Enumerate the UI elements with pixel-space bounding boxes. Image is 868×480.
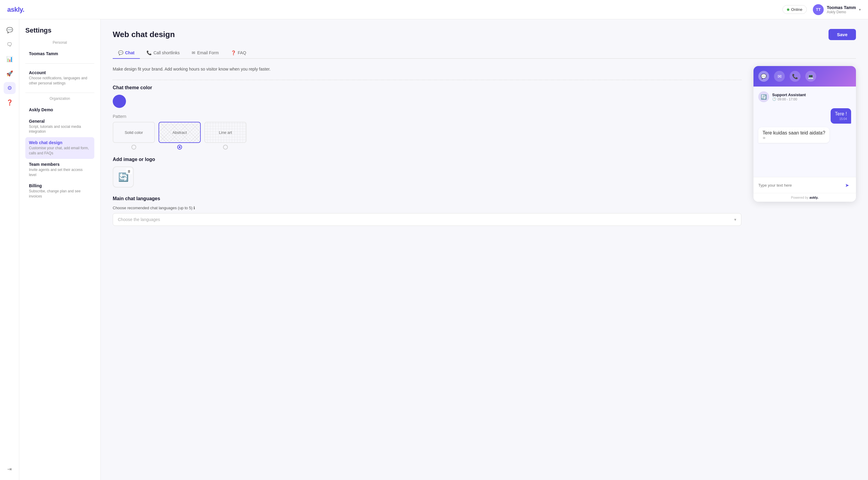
chat-header-call-icon[interactable]: 📞	[789, 71, 801, 82]
menu-item-billing-title: Billing	[29, 183, 91, 188]
chat-header: 💬 ✉ 📞 💻	[753, 66, 856, 87]
languages-desc: Choose recomended chat languages (up to …	[113, 206, 741, 210]
pattern-lineart-box[interactable]: Line art	[204, 122, 247, 143]
online-status[interactable]: Online	[782, 5, 807, 14]
email-tab-label: Email Form	[197, 50, 219, 55]
menu-item-billing[interactable]: Billing Subscribe, change plan and see i…	[25, 180, 94, 202]
chat-send-button[interactable]: ➤	[843, 181, 851, 189]
page-header: Web chat design Save	[113, 29, 856, 40]
menu-item-account-title: Account	[29, 70, 91, 75]
color-picker[interactable]	[113, 95, 126, 108]
user-org: Askly Demo	[827, 10, 856, 14]
agent-details: Support Assistant 🕐 09:00 - 17:00	[772, 93, 806, 101]
chat-input[interactable]	[758, 183, 840, 187]
sidebar-icon-help[interactable]: ❓	[4, 96, 16, 109]
main-content: Web chat design Save 💬 Chat 📞 Call short…	[101, 19, 868, 480]
logo: askly.	[7, 6, 24, 13]
sidebar-icon-settings[interactable]: ⚙	[4, 82, 16, 94]
icon-sidebar-bottom: ⇥	[4, 463, 16, 475]
pattern-grid: Solid color Abstract	[113, 122, 741, 150]
topbar: askly. Online TT Toomas Tamm Askly Demo …	[0, 0, 868, 19]
section-divider-1	[113, 80, 741, 80]
content-with-preview: Make design fit your brand. Add working …	[113, 66, 856, 226]
footer-brand: askly.	[809, 196, 818, 199]
tab-email-form[interactable]: ✉ Email Form	[186, 47, 224, 59]
clock-icon: 🕐	[772, 97, 776, 101]
settings-title: Settings	[25, 27, 94, 34]
sidebar-icon-chat[interactable]: 💬	[4, 24, 16, 36]
org-label: Organization	[25, 96, 94, 101]
menu-item-general-title: General	[29, 119, 91, 124]
chat-footer: Powered by askly.	[753, 193, 856, 202]
tab-chat[interactable]: 💬 Chat	[113, 47, 140, 59]
logo-text: askly.	[7, 6, 24, 13]
menu-item-account[interactable]: Account Choose notifications, languages …	[25, 67, 94, 89]
user-name-block: Toomas Tamm Askly Demo	[827, 5, 856, 14]
footer-text: Powered by	[791, 196, 809, 199]
logo-delete-button[interactable]: 🗑	[126, 168, 132, 174]
tab-faq[interactable]: ❓ FAQ	[225, 47, 252, 59]
personal-name: Toomas Tamm	[29, 51, 91, 56]
pattern-abstract-radio[interactable]	[177, 145, 182, 150]
menu-item-org: Askly Demo	[25, 104, 94, 116]
online-dot	[787, 8, 789, 11]
message-seen-icon: 👁	[763, 136, 825, 140]
personal-label: Personal	[25, 40, 94, 44]
chevron-down-icon: ▾	[859, 7, 861, 12]
pattern-solid-box[interactable]: Solid color	[113, 122, 155, 143]
color-section-title: Chat theme color	[113, 85, 741, 90]
message-incoming: Tere kuidas saan teid aidata? 👁	[758, 127, 830, 143]
agent-hours: 🕐 09:00 - 17:00	[772, 97, 806, 101]
message-out-time: 15:04	[835, 117, 847, 121]
menu-item-account-desc: Choose notifications, languages and othe…	[29, 76, 91, 86]
sidebar-icon-chart[interactable]: 📊	[4, 53, 16, 65]
languages-dropdown[interactable]: Choose the languages ▾	[113, 213, 741, 226]
logo-section: Add image or logo 🔄 🗑	[113, 157, 741, 187]
chat-header-screen-icon[interactable]: 💻	[805, 71, 816, 82]
avatar-initials: TT	[816, 7, 821, 12]
pattern-abstract[interactable]: Abstract	[158, 122, 201, 150]
layout: 💬 🗨 📊 🚀 ⚙ ❓ ⇥ Settings Personal Toomas T…	[0, 0, 868, 480]
tab-call-shortlinks[interactable]: 📞 Call shortlinks	[141, 47, 185, 59]
icon-sidebar: 💬 🗨 📊 🚀 ⚙ ❓ ⇥	[0, 19, 19, 480]
faq-tab-label: FAQ	[238, 50, 246, 55]
settings-sidebar: Settings Personal Toomas Tamm Account Ch…	[19, 19, 101, 480]
menu-item-personal-name: Toomas Tamm	[25, 48, 94, 60]
menu-item-general[interactable]: General Script, tutorials and social med…	[25, 116, 94, 138]
pattern-abstract-label: Abstract	[173, 130, 187, 135]
pattern-abstract-box[interactable]: Abstract	[158, 122, 201, 143]
email-tab-icon: ✉	[192, 50, 195, 55]
avatar: TT	[813, 4, 824, 15]
call-tab-label: Call shortlinks	[153, 50, 180, 55]
description-text: Make design fit your brand. Add working …	[113, 66, 741, 72]
save-button[interactable]: Save	[829, 29, 856, 40]
languages-section: Main chat languages Choose recomended ch…	[113, 196, 741, 226]
pattern-lineart[interactable]: Line art	[204, 122, 247, 150]
user-menu[interactable]: TT Toomas Tamm Askly Demo ▾	[813, 4, 861, 15]
message-out-text: Tere !	[835, 111, 847, 117]
logo-upload-box[interactable]: 🔄 🗑	[113, 167, 134, 187]
menu-item-webchat[interactable]: Web chat design Customise your chat, add…	[25, 137, 94, 159]
menu-item-team-title: Team members	[29, 162, 91, 167]
menu-item-team[interactable]: Team members Invite agents and set their…	[25, 159, 94, 181]
chat-header-email-icon[interactable]: ✉	[774, 71, 785, 82]
sidebar-icon-rocket[interactable]: 🚀	[4, 67, 16, 80]
logo-section-title: Add image or logo	[113, 157, 741, 162]
agent-hours-text: 09:00 - 17:00	[778, 97, 797, 101]
chat-widget: 💬 ✉ 📞 💻 🔄 Support Assistant 🕐	[753, 66, 856, 202]
color-section: Chat theme color	[113, 85, 741, 108]
online-label: Online	[791, 7, 803, 12]
chat-header-chat-icon[interactable]: 💬	[758, 71, 769, 82]
pattern-solid-label: Solid color	[125, 130, 143, 135]
pattern-solid[interactable]: Solid color	[113, 122, 155, 150]
sidebar-icon-message[interactable]: 🗨	[4, 38, 16, 51]
menu-item-billing-desc: Subscribe, change plan and see invoices	[29, 189, 91, 199]
sidebar-icon-logout[interactable]: ⇥	[4, 463, 16, 475]
languages-placeholder: Choose the languages	[118, 217, 160, 222]
message-in-text: Tere kuidas saan teid aidata?	[763, 130, 825, 136]
pattern-lineart-radio[interactable]	[223, 145, 228, 150]
dropdown-chevron-icon: ▾	[734, 217, 736, 222]
menu-item-team-desc: Invite agents and set their access level	[29, 167, 91, 178]
pattern-solid-radio[interactable]	[131, 145, 136, 150]
user-name: Toomas Tamm	[827, 5, 856, 10]
